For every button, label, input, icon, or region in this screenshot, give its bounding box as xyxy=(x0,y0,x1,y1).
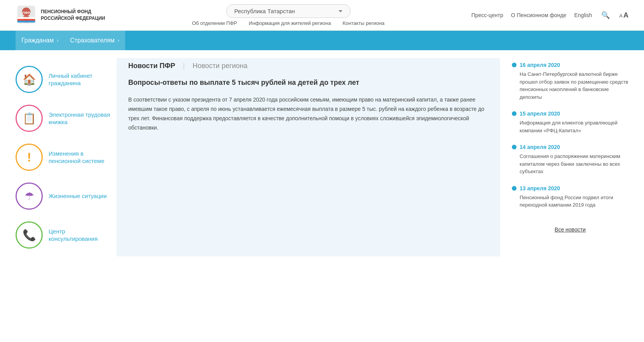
news-tabs: Новости ПФР | Новости региона xyxy=(128,62,489,70)
search-icon: 🔍 xyxy=(601,11,610,19)
region-link-3[interactable]: Контакты региона xyxy=(342,20,384,26)
personal-account-icon: 🏠 xyxy=(16,66,43,93)
news-date-1: 16 апреля 2020 xyxy=(512,62,628,68)
life-situations-label: Жизненные ситуации xyxy=(49,192,107,200)
nav-chevron-citizens: › xyxy=(57,38,58,43)
consulting-label: Центр консультирования xyxy=(49,228,113,243)
sidebar-item-life-situations[interactable]: ☂ Жизненные ситуации xyxy=(16,182,113,210)
dot-icon xyxy=(512,145,517,149)
all-news-link[interactable]: Все новости xyxy=(512,226,628,233)
nav-item-citizens[interactable]: Гражданам › xyxy=(16,31,64,50)
pfr-logo: ПФР xyxy=(16,4,37,26)
labor-book-icon: 📋 xyxy=(16,105,43,132)
sidebar-item-labor-book[interactable]: 📋 Электронная трудовая книжка xyxy=(16,105,113,132)
region-link-1[interactable]: Об отделении ПФР xyxy=(192,20,237,26)
region-name: Республика Татарстан xyxy=(234,8,295,14)
article-body: В соответствии с указом президента от 7 … xyxy=(128,95,489,132)
region-links: Об отделении ПФР Информация для жителей … xyxy=(192,20,384,26)
svg-rect-4 xyxy=(17,19,35,21)
sidebar-item-personal-account[interactable]: 🏠 Личный кабинет гражданина xyxy=(16,66,113,93)
news-list: 16 апреля 2020 На Санкт-Петербургской ва… xyxy=(504,58,628,256)
life-situations-icon: ☂ xyxy=(16,182,43,210)
main-content: 🏠 Личный кабинет гражданина 📋 Электронна… xyxy=(0,50,644,264)
sidebar: 🏠 Личный кабинет гражданина 📋 Электронна… xyxy=(16,58,113,256)
region-dropdown[interactable]: Республика Татарстан xyxy=(226,4,351,18)
news-section: Новости ПФР | Новости региона Вопросы-от… xyxy=(117,58,500,256)
tab-region-news[interactable]: Новости региона xyxy=(192,62,247,70)
pension-changes-label: Изменения в пенсионной системе xyxy=(49,150,113,165)
navbar: Гражданам › Страхователям › xyxy=(0,31,644,50)
font-size-control[interactable]: A A xyxy=(619,11,628,19)
nav-label-citizens: Гражданам xyxy=(21,37,54,44)
nav-item-insurers[interactable]: Страхователям › xyxy=(64,31,125,50)
region-selector-area: Республика Татарстан Об отделении ПФР Ин… xyxy=(113,4,463,26)
svg-rect-5 xyxy=(17,17,35,19)
search-button[interactable]: 🔍 xyxy=(600,9,611,21)
english-link[interactable]: English xyxy=(574,12,592,18)
header: ПФР ПЕНСИОННЫЙ ФОНД РОССИЙСКОЙ ФЕДЕРАЦИИ… xyxy=(0,0,644,31)
pension-changes-icon: ! xyxy=(16,144,43,171)
news-desc-3: Соглашения о распоряжении материнским ка… xyxy=(512,153,628,175)
news-desc-4: Пенсионный фонд России подвел итоги пере… xyxy=(512,194,628,209)
news-date-4: 13 апреля 2020 xyxy=(512,185,628,191)
article-title: Вопросы-ответы по выплате 5 тысяч рублей… xyxy=(128,78,489,88)
logo-text: ПЕНСИОННЫЙ ФОНД РОССИЙСКОЙ ФЕДЕРАЦИИ xyxy=(41,9,105,22)
news-desc-2: Информация для клиентов управляющей комп… xyxy=(512,119,628,134)
sidebar-item-consulting[interactable]: 📞 Центр консультирования xyxy=(16,221,113,249)
list-item[interactable]: 14 апреля 2020 Соглашения о распоряжении… xyxy=(512,144,628,175)
svg-text:ПФР: ПФР xyxy=(22,11,30,15)
news-date-3: 14 апреля 2020 xyxy=(512,144,628,150)
consulting-icon: 📞 xyxy=(16,221,43,249)
dot-icon xyxy=(512,63,517,67)
sidebar-item-pension-changes[interactable]: ! Изменения в пенсионной системе xyxy=(16,144,113,171)
about-pfr-link[interactable]: О Пенсионном фонде xyxy=(511,12,567,18)
tab-separator: | xyxy=(183,62,185,70)
press-center-link[interactable]: Пресс-центр xyxy=(471,12,503,18)
chevron-down-icon xyxy=(339,10,342,12)
logo-area: ПФР ПЕНСИОННЫЙ ФОНД РОССИЙСКОЙ ФЕДЕРАЦИИ xyxy=(16,4,105,26)
logo-icon: ПФР xyxy=(16,4,37,25)
tab-pfr-news[interactable]: Новости ПФР xyxy=(128,62,175,70)
font-small: A xyxy=(619,13,623,19)
nav-label-insurers: Страхователям xyxy=(70,37,115,44)
region-link-2[interactable]: Информация для жителей региона xyxy=(249,20,331,26)
dot-icon xyxy=(512,111,517,116)
nav-chevron-insurers: › xyxy=(118,38,119,43)
header-right: Пресс-центр О Пенсионном фонде English 🔍… xyxy=(471,9,628,21)
list-item[interactable]: 16 апреля 2020 На Санкт-Петербургской ва… xyxy=(512,62,628,101)
list-item[interactable]: 13 апреля 2020 Пенсионный фонд России по… xyxy=(512,185,628,209)
news-desc-1: На Санкт-Петербургской валютной бирже пр… xyxy=(512,70,628,101)
list-item[interactable]: 15 апреля 2020 Информация для клиентов у… xyxy=(512,110,628,134)
news-date-2: 15 апреля 2020 xyxy=(512,110,628,117)
svg-rect-3 xyxy=(17,21,35,23)
personal-account-label: Личный кабинет гражданина xyxy=(49,72,113,87)
dot-icon xyxy=(512,186,517,191)
font-big: A xyxy=(623,11,628,19)
labor-book-label: Электронная трудовая книжка xyxy=(49,111,113,126)
